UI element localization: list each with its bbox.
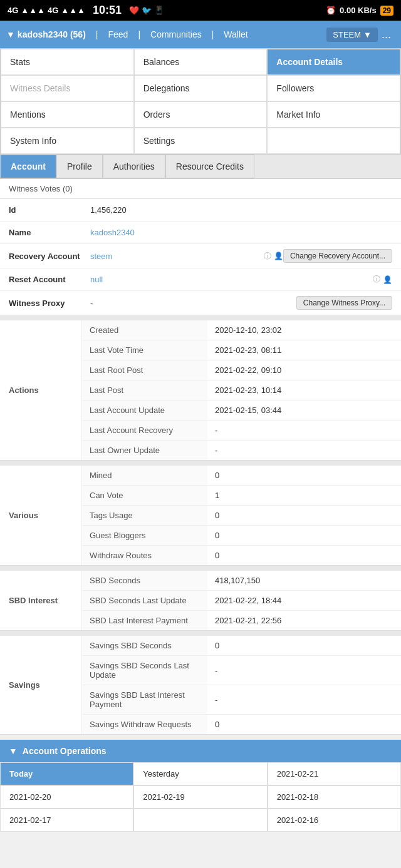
menu-item-witness-details: Witness Details — [1, 75, 134, 101]
value-savings-withdraw-requests: 0 — [207, 715, 401, 735]
separator-1 — [0, 315, 401, 320]
menu-item-followers[interactable]: Followers — [267, 75, 400, 101]
menu-item-market-info[interactable]: Market Info — [267, 101, 400, 128]
table-row: Tags Usage 0 — [82, 506, 401, 526]
menu-item-balances[interactable]: Balances — [134, 49, 268, 75]
account-row-reset: Reset Account null ⓘ 👤 — [0, 268, 401, 291]
field-savings-withdraw-requests: Savings Withdraw Requests — [82, 715, 207, 735]
reset-value: null — [90, 275, 370, 284]
menu-item-account-details[interactable]: Account Details — [267, 49, 400, 75]
value-sbd-seconds-last-update: 2021-02-22, 18:44 — [207, 591, 401, 611]
steem-dropdown-icon: ▼ — [363, 30, 372, 39]
field-withdraw-routes: Withdraw Routes — [82, 546, 207, 566]
actions-table: Created 2020-12-10, 23:02 Last Vote Time… — [82, 320, 401, 460]
sbd-interest-section: SBD Interest SBD Seconds 418,107,150 SBD… — [0, 571, 401, 631]
tab-resource-credits[interactable]: Resource Credits — [165, 155, 254, 178]
value-sbd-last-interest: 2021-02-21, 22:56 — [207, 611, 401, 631]
sbd-interest-label: SBD Interest — [0, 571, 81, 630]
nav-bar: ▼ kadosh2340 (56) | Feed | Communities |… — [0, 21, 401, 48]
nav-links: | Feed | Communities | Wallet — [91, 29, 253, 39]
value-last-root-post: 2021-02-22, 09:10 — [207, 360, 401, 380]
field-guest-bloggers: Guest Bloggers — [82, 526, 207, 546]
recovery-label: Recovery Account — [9, 252, 90, 261]
ops-cell-feb17[interactable]: 2021-02-17 — [0, 809, 133, 832]
nav-user[interactable]: ▼ kadosh2340 (56) — [6, 29, 86, 39]
ops-dropdown-icon: ▼ — [9, 746, 18, 756]
nav-link-communities[interactable]: Communities — [145, 29, 207, 39]
status-left: 4G ▲▲▲ 4G ▲▲▲ 10:51 ❤️ 🐦 📱 — [8, 4, 164, 17]
table-row: Mined 0 — [82, 466, 401, 486]
value-last-post: 2021-02-23, 10:14 — [207, 380, 401, 401]
alarm-icon: ⏰ — [326, 6, 336, 15]
actions-content: Created 2020-12-10, 23:02 Last Vote Time… — [81, 320, 401, 460]
ops-cell-feb19[interactable]: 2021-02-19 — [133, 785, 267, 809]
field-last-owner-update: Last Owner Update — [82, 441, 207, 461]
field-savings-sbd-seconds: Savings SBD Seconds — [82, 636, 207, 656]
app-icon-2: 🐦 — [142, 6, 152, 15]
field-sbd-last-interest: SBD Last Interest Payment — [82, 611, 207, 631]
nav-steem-button[interactable]: STEEM ▼ — [326, 28, 378, 42]
account-row-name: Name kadosh2340 — [0, 222, 401, 244]
table-row: Last Account Recovery - — [82, 421, 401, 441]
ops-cell-feb16[interactable]: 2021-02-16 — [268, 809, 401, 832]
signal-icon: ▲▲▲ — [21, 6, 45, 15]
ops-cell-feb21[interactable]: 2021-02-21 — [268, 762, 401, 785]
menu-item-orders[interactable]: Orders — [134, 101, 268, 128]
field-last-account-recovery: Last Account Recovery — [82, 421, 207, 441]
recovery-value: steem — [90, 252, 261, 261]
ops-cell-feb20[interactable]: 2021-02-20 — [0, 785, 133, 809]
tab-authorities[interactable]: Authorities — [103, 155, 165, 178]
field-last-vote: Last Vote Time — [82, 340, 207, 360]
ops-cell-yesterday[interactable]: Yesterday — [133, 762, 267, 785]
actions-label: Actions — [0, 320, 81, 460]
field-tags-usage: Tags Usage — [82, 506, 207, 526]
name-value[interactable]: kadosh2340 — [90, 228, 392, 237]
ops-header-label: Account Operations — [23, 746, 107, 756]
nav-more-button[interactable]: ... — [378, 28, 395, 41]
reset-info-icon: ⓘ — [373, 274, 380, 285]
various-table: Mined 0 Can Vote 1 Tags Usage 0 Guest Bl… — [82, 466, 401, 565]
menu-item-mentions[interactable]: Mentions — [1, 101, 134, 128]
account-section: Id 1,456,220 Name kadosh2340 Recovery Ac… — [0, 199, 401, 315]
change-witness-proxy-button[interactable]: Change Witness Proxy... — [296, 296, 392, 310]
ops-cell-feb18[interactable]: 2021-02-18 — [268, 785, 401, 809]
table-row: Withdraw Routes 0 — [82, 546, 401, 566]
recovery-person-icon: 👤 — [274, 252, 283, 260]
value-last-vote: 2021-02-23, 08:11 — [207, 340, 401, 360]
app-icon-3: 📱 — [154, 6, 164, 15]
table-row: Savings Withdraw Requests 0 — [82, 715, 401, 735]
menu-item-delegations[interactable]: Delegations — [134, 75, 268, 101]
field-mined: Mined — [82, 466, 207, 486]
nav-link-wallet[interactable]: Wallet — [219, 29, 253, 39]
nav-link-feed[interactable]: Feed — [103, 29, 133, 39]
savings-content: Savings SBD Seconds 0 Savings SBD Second… — [81, 636, 401, 734]
table-row: Guest Bloggers 0 — [82, 526, 401, 546]
savings-label: Savings — [0, 636, 81, 734]
table-row: Savings SBD Seconds 0 — [82, 636, 401, 656]
value-mined: 0 — [207, 466, 401, 486]
ops-cell-today[interactable]: Today — [0, 762, 133, 785]
table-row: Can Vote 1 — [82, 486, 401, 506]
tab-account[interactable]: Account — [0, 155, 56, 178]
value-savings-sbd-seconds-last-update: - — [207, 656, 401, 685]
steem-label: STEEM — [333, 30, 361, 39]
table-row: SBD Seconds Last Update 2021-02-22, 18:4… — [82, 591, 401, 611]
separator-3 — [0, 566, 401, 571]
table-row: Last Root Post 2021-02-22, 09:10 — [82, 360, 401, 380]
name-label: Name — [9, 228, 90, 237]
reset-label: Reset Account — [9, 275, 90, 284]
status-bar: 4G ▲▲▲ 4G ▲▲▲ 10:51 ❤️ 🐦 📱 ⏰ 0.00 KB/s 2… — [0, 0, 401, 21]
separator-4 — [0, 631, 401, 636]
menu-item-settings[interactable]: Settings — [134, 128, 268, 154]
value-savings-sbd-last-interest: - — [207, 685, 401, 715]
menu-item-stats[interactable]: Stats — [1, 49, 134, 75]
signal-4g-1: 4G — [8, 6, 18, 15]
sub-tab-witness-votes[interactable]: Witness Votes (0) — [0, 179, 401, 199]
menu-item-system-info[interactable]: System Info — [1, 128, 134, 154]
tab-profile[interactable]: Profile — [56, 155, 103, 178]
witness-proxy-value: - — [90, 299, 296, 308]
account-row-witness-proxy: Witness Proxy - Change Witness Proxy... — [0, 291, 401, 315]
change-recovery-button[interactable]: Change Recovery Account... — [283, 249, 392, 263]
reset-person-icon: 👤 — [383, 275, 392, 284]
value-savings-sbd-seconds: 0 — [207, 636, 401, 656]
